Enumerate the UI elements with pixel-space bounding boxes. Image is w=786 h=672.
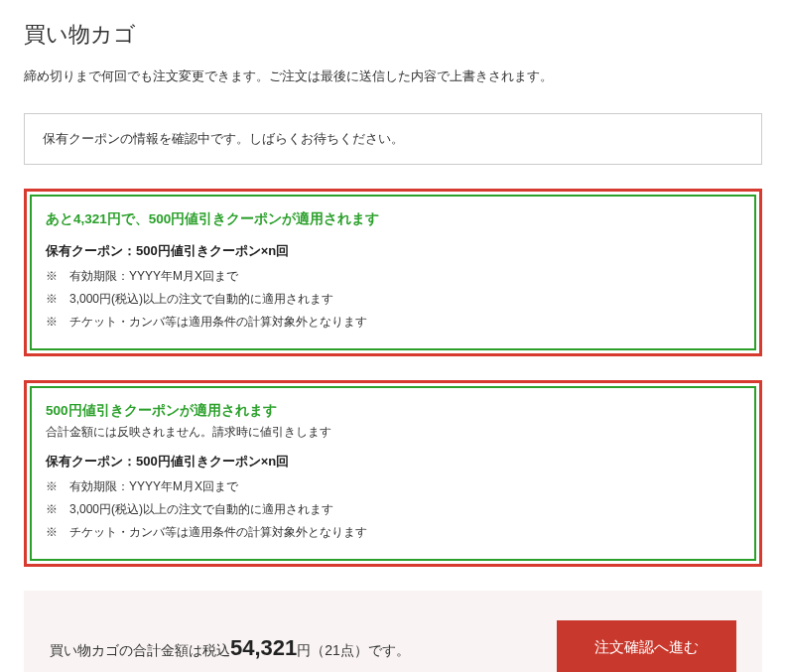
coupon-box-applied: 500円値引きクーポンが適用されます 合計金額には反映されません。請求時に値引き… bbox=[24, 380, 762, 567]
coupon-box-threshold: あと4,321円で、500円値引きクーポンが適用されます 保有クーポン：500円… bbox=[24, 189, 762, 356]
coupon-note: ※ 有効期限：YYYY年M月X回まで bbox=[46, 268, 740, 285]
coupon-box-inner: 500円値引きクーポンが適用されます 合計金額には反映されません。請求時に値引き… bbox=[30, 386, 756, 561]
total-post: 円（21点）です。 bbox=[297, 642, 410, 658]
coupon-note: ※ 有効期限：YYYY年M月X回まで bbox=[46, 478, 740, 495]
total-pre: 買い物カゴの合計金額は税込 bbox=[50, 642, 230, 658]
coupon-loading-message: 保有クーポンの情報を確認中です。しばらくお待ちください。 bbox=[43, 131, 404, 146]
cart-total-text: 買い物カゴの合計金額は税込54,321円（21点）です。 bbox=[50, 635, 410, 661]
coupon-note: ※ 3,000円(税込)以上の注文で自動的に適用されます bbox=[46, 501, 740, 518]
coupon-loading-box: 保有クーポンの情報を確認中です。しばらくお待ちください。 bbox=[24, 113, 762, 165]
page-title: 買い物カゴ bbox=[24, 20, 762, 50]
coupon-applied-sub: 合計金額には反映されません。請求時に値引きします bbox=[46, 424, 740, 441]
coupon-applied-title: 500円値引きクーポンが適用されます bbox=[46, 402, 740, 420]
coupon-note: ※ チケット・カンバ等は適用条件の計算対象外となります bbox=[46, 524, 740, 541]
coupon-held-line: 保有クーポン：500円値引きクーポン×n回 bbox=[46, 453, 740, 470]
total-amount: 54,321 bbox=[230, 635, 297, 660]
coupon-threshold-title: あと4,321円で、500円値引きクーポンが適用されます bbox=[46, 210, 740, 228]
coupon-note: ※ チケット・カンバ等は適用条件の計算対象外となります bbox=[46, 314, 740, 331]
proceed-to-confirm-button[interactable]: 注文確認へ進む bbox=[557, 620, 736, 672]
page-subtext: 締め切りまで何回でも注文変更できます。ご注文は最後に送信した内容で上書きされます… bbox=[24, 67, 762, 85]
coupon-note: ※ 3,000円(税込)以上の注文で自動的に適用されます bbox=[46, 291, 740, 308]
coupon-box-inner: あと4,321円で、500円値引きクーポンが適用されます 保有クーポン：500円… bbox=[30, 195, 756, 350]
coupon-held-line: 保有クーポン：500円値引きクーポン×n回 bbox=[46, 242, 740, 260]
cart-total-bar: 買い物カゴの合計金額は税込54,321円（21点）です。 注文確認へ進む bbox=[24, 591, 762, 672]
